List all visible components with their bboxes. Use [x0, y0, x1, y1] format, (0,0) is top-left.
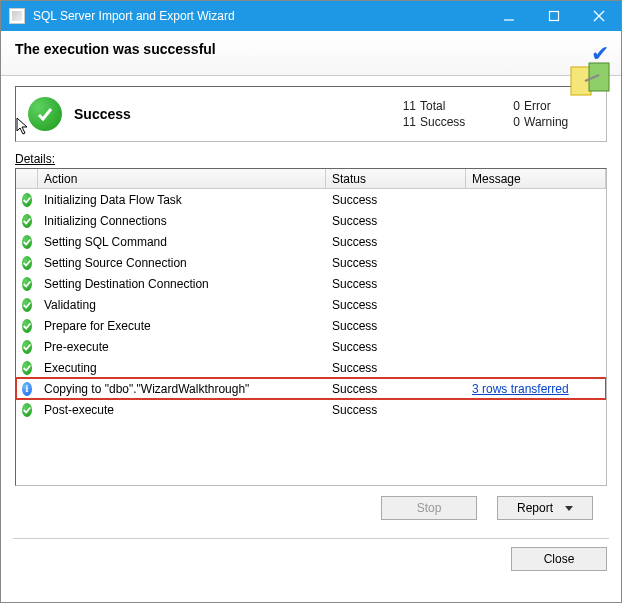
row-status: Success [326, 319, 466, 333]
row-status: Success [326, 214, 466, 228]
table-row[interactable]: Initializing ConnectionsSuccess [16, 210, 606, 231]
grid-header-row: Action Status Message [16, 169, 606, 189]
success-label: Success [420, 115, 500, 129]
close-row: Close [1, 539, 621, 583]
minimize-icon [503, 10, 515, 22]
row-status: Success [326, 361, 466, 375]
maximize-icon [548, 10, 560, 22]
row-action: Setting SQL Command [38, 235, 326, 249]
row-action: Setting Destination Connection [38, 277, 326, 291]
titlebar: SQL Server Import and Export Wizard [1, 1, 621, 31]
cursor-icon [14, 117, 32, 135]
message-link[interactable]: 3 rows transferred [472, 382, 569, 396]
row-action: Initializing Data Flow Task [38, 193, 326, 207]
warning-label: Warning [524, 115, 594, 129]
table-row[interactable]: Setting SQL CommandSuccess [16, 231, 606, 252]
table-row[interactable]: Post-executeSuccess [16, 399, 606, 420]
success-icon [22, 403, 32, 417]
success-count: 11 [396, 115, 420, 129]
svg-rect-4 [571, 67, 591, 95]
row-icon-cell [16, 361, 38, 375]
window-title: SQL Server Import and Export Wizard [33, 9, 486, 23]
grid-header-message[interactable]: Message [466, 169, 606, 188]
row-status: Success [326, 193, 466, 207]
success-icon [22, 193, 32, 207]
wizard-art-icon [565, 61, 615, 101]
table-row[interactable]: ValidatingSuccess [16, 294, 606, 315]
stop-button: Stop [381, 496, 477, 520]
grid-body: Initializing Data Flow TaskSuccessInitia… [16, 189, 606, 420]
grid-header-action[interactable]: Action [38, 169, 326, 188]
row-icon-cell [16, 256, 38, 270]
row-status: Success [326, 256, 466, 270]
svg-rect-1 [549, 12, 558, 21]
table-row[interactable]: Initializing Data Flow TaskSuccess [16, 189, 606, 210]
content-area: Success 11 Total 0 Error 11 Success 0 Wa… [1, 76, 621, 534]
row-icon-cell [16, 235, 38, 249]
row-status: Success [326, 235, 466, 249]
row-action: Initializing Connections [38, 214, 326, 228]
table-row[interactable]: Setting Destination ConnectionSuccess [16, 273, 606, 294]
total-count: 11 [396, 99, 420, 113]
row-icon-cell [16, 319, 38, 333]
row-icon-cell [16, 403, 38, 417]
table-row[interactable]: Setting Source ConnectionSuccess [16, 252, 606, 273]
row-status: Success [326, 340, 466, 354]
success-icon [22, 214, 32, 228]
table-row[interactable]: Prepare for ExecuteSuccess [16, 315, 606, 336]
row-action: Setting Source Connection [38, 256, 326, 270]
report-button-label: Report [517, 501, 553, 515]
row-icon-cell [16, 214, 38, 228]
success-icon [22, 256, 32, 270]
row-action: Validating [38, 298, 326, 312]
window-buttons [486, 1, 621, 31]
row-status: Success [326, 298, 466, 312]
summary-success-icon [28, 97, 62, 131]
minimize-button[interactable] [486, 1, 531, 31]
success-icon [22, 277, 32, 291]
success-icon [22, 298, 32, 312]
details-grid: Action Status Message Initializing Data … [15, 168, 607, 486]
table-row[interactable]: Pre-executeSuccess [16, 336, 606, 357]
row-icon-cell [16, 298, 38, 312]
action-buttons-row: Stop Report [15, 486, 607, 528]
row-status: Success [326, 277, 466, 291]
close-window-button[interactable] [576, 1, 621, 31]
error-count: 0 [500, 99, 524, 113]
success-icon [22, 235, 32, 249]
close-button[interactable]: Close [511, 547, 607, 571]
total-label: Total [420, 99, 500, 113]
row-action: Copying to "dbo"."WizardWalkthrough" [38, 382, 326, 396]
row-icon-cell [16, 277, 38, 291]
app-icon [9, 8, 25, 24]
success-icon [22, 319, 32, 333]
success-icon [22, 340, 32, 354]
grid-header-status[interactable]: Status [326, 169, 466, 188]
report-button[interactable]: Report [497, 496, 593, 520]
row-action: Executing [38, 361, 326, 375]
table-row[interactable]: iCopying to "dbo"."WizardWalkthrough"Suc… [16, 378, 606, 399]
row-icon-cell: i [16, 382, 38, 396]
maximize-button[interactable] [531, 1, 576, 31]
summary-status-text: Success [74, 106, 396, 122]
summary-panel: Success 11 Total 0 Error 11 Success 0 Wa… [15, 86, 607, 142]
table-row[interactable]: ExecutingSuccess [16, 357, 606, 378]
chevron-down-icon [565, 506, 573, 511]
row-action: Pre-execute [38, 340, 326, 354]
wizard-header: The execution was successful ✔ [1, 31, 621, 76]
row-icon-cell [16, 340, 38, 354]
row-status: Success [326, 403, 466, 417]
row-status: Success [326, 382, 466, 396]
error-label: Error [524, 99, 594, 113]
row-action: Prepare for Execute [38, 319, 326, 333]
row-message: 3 rows transferred [466, 382, 606, 396]
grid-header-icon[interactable] [16, 169, 38, 188]
warning-count: 0 [500, 115, 524, 129]
info-icon: i [22, 382, 32, 396]
close-icon [593, 10, 605, 22]
row-icon-cell [16, 193, 38, 207]
details-label: Details: [15, 152, 607, 166]
page-heading: The execution was successful [15, 41, 607, 57]
success-icon [22, 361, 32, 375]
summary-stats: 11 Total 0 Error 11 Success 0 Warning [396, 99, 594, 129]
